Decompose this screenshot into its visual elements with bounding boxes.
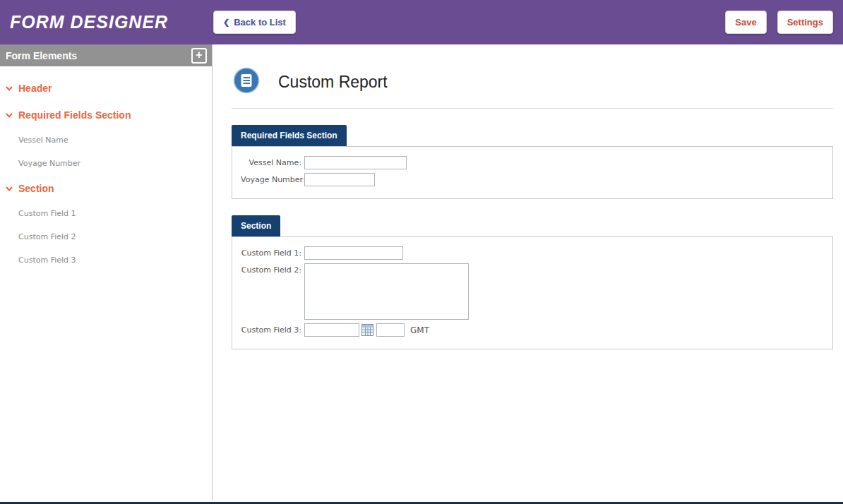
voyage-number-label: Voyage Number: <box>241 173 301 184</box>
panel-section: Custom Field 1: Custom Field 2: Custom F… <box>232 236 833 349</box>
sidebar-item-voyage-number[interactable]: Voyage Number <box>6 152 212 175</box>
panel-required-fields-section: Vessel Name: Voyage Number: <box>232 146 833 199</box>
calendar-icon <box>361 324 373 336</box>
chevron-down-icon <box>6 186 13 191</box>
custom-field-3-date-input[interactable] <box>304 323 359 337</box>
field-row: Custom Field 1: <box>241 246 824 260</box>
chevron-down-icon <box>6 113 13 118</box>
report-icon <box>233 67 260 97</box>
tree-group-header: Header <box>6 75 212 102</box>
sidebar-item-header[interactable]: Header <box>6 75 212 102</box>
tree-group-required-fields: Required Fields Section Vessel Name Voya… <box>6 102 212 175</box>
custom-field-3-label: Custom Field 3: <box>241 323 301 335</box>
save-button[interactable]: Save <box>725 11 766 34</box>
gmt-label: GMT <box>410 323 429 335</box>
field-row: Custom Field 3: GMT <box>241 323 824 337</box>
sidebar-item-section[interactable]: Section <box>6 175 212 202</box>
custom-field-3-time-input[interactable] <box>376 323 405 337</box>
tree-group-section: Section Custom Field 1 Custom Field 2 Cu… <box>6 175 212 272</box>
sidebar-item-vessel-name[interactable]: Vessel Name <box>6 128 212 152</box>
chevron-down-icon <box>6 86 13 91</box>
form-elements-tree: Header Required Fields Section Vessel Na… <box>0 66 212 272</box>
back-button-label: Back to List <box>234 17 286 28</box>
sidebar-item-custom-field-1[interactable]: Custom Field 1 <box>6 202 212 225</box>
back-to-list-button[interactable]: ❮ Back to List <box>213 11 296 34</box>
app-title: FORM DESIGNER <box>10 12 213 32</box>
tree-group-label: Header <box>18 83 52 94</box>
main-content: Custom Report Required Fields Section Ve… <box>213 44 843 500</box>
custom-field-2-label: Custom Field 2: <box>241 263 301 275</box>
sidebar-item-custom-field-3[interactable]: Custom Field 3 <box>6 248 212 272</box>
report-title: Custom Report <box>278 73 388 92</box>
tab-required-fields-section[interactable]: Required Fields Section <box>232 125 347 146</box>
settings-button[interactable]: Settings <box>777 11 833 34</box>
tree-group-label: Required Fields Section <box>18 109 131 121</box>
report-header: Custom Report <box>232 61 833 108</box>
topbar-actions: Save Settings <box>725 11 833 34</box>
custom-field-2-textarea[interactable] <box>304 263 469 320</box>
custom-field-1-label: Custom Field 1: <box>241 246 301 258</box>
back-chevron-icon: ❮ <box>223 18 229 27</box>
header-divider <box>232 108 833 109</box>
sidebar-item-required-fields-section[interactable]: Required Fields Section <box>6 102 212 128</box>
calendar-button[interactable] <box>361 323 374 337</box>
vessel-name-input[interactable] <box>304 156 407 169</box>
vessel-name-label: Vessel Name: <box>241 156 301 167</box>
field-row: Custom Field 2: <box>241 263 824 320</box>
topbar: FORM DESIGNER ❮ Back to List Save Settin… <box>0 0 843 44</box>
voyage-number-input[interactable] <box>304 173 375 186</box>
custom-field-1-input[interactable] <box>304 246 403 260</box>
tree-group-label: Section <box>18 183 54 194</box>
sidebar-item-custom-field-2[interactable]: Custom Field 2 <box>6 225 212 248</box>
sidebar-header: Form Elements + <box>0 44 212 66</box>
tab-section[interactable]: Section <box>232 215 280 236</box>
add-element-button[interactable]: + <box>191 48 207 64</box>
field-row: Vessel Name: <box>241 156 824 169</box>
sidebar: Form Elements + Header Required Fields S… <box>0 44 213 500</box>
sidebar-title: Form Elements <box>6 50 77 61</box>
field-row: Voyage Number: <box>241 173 824 186</box>
